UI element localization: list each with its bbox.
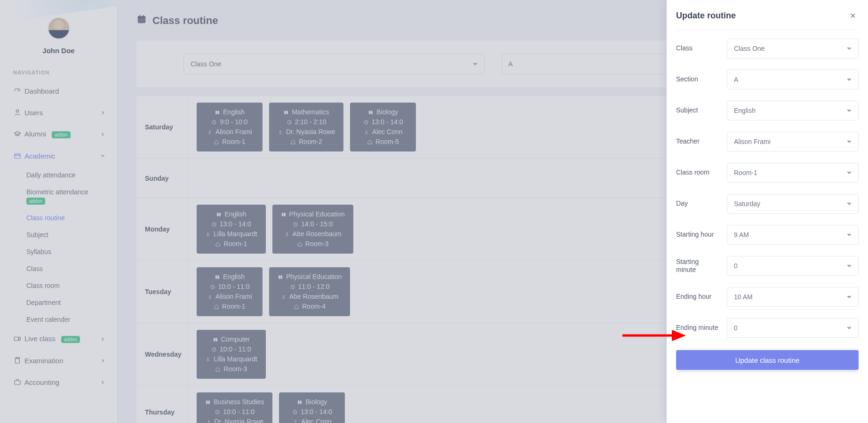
- field-class: Class Class One: [676, 33, 859, 64]
- field-ending-minute: Ending minute 0: [676, 312, 859, 343]
- field-label: Starting hour: [676, 231, 718, 239]
- class-select[interactable]: Class One: [727, 39, 859, 58]
- field-teacher: Teacher Alison Frami: [676, 126, 859, 157]
- select-value: 0: [734, 262, 847, 270]
- ending-hour-select[interactable]: 10 AM: [727, 287, 859, 307]
- class-room-select[interactable]: Room-1: [727, 163, 859, 183]
- field-label: Ending hour: [676, 293, 718, 301]
- field-starting-minute: Starting minute 0: [676, 250, 859, 281]
- field-starting-hour: Starting hour 9 AM: [676, 219, 859, 250]
- field-label: Class: [676, 44, 718, 53]
- caret-down-icon: [847, 48, 852, 50]
- day-select[interactable]: Saturday: [727, 194, 859, 214]
- caret-down-icon: [847, 265, 852, 267]
- subject-select[interactable]: English: [727, 101, 859, 120]
- caret-down-icon: [847, 327, 852, 329]
- section-select[interactable]: A: [727, 70, 859, 89]
- field-day: Day Saturday: [676, 188, 859, 219]
- select-value: Room-1: [734, 169, 847, 176]
- panel-title: Update routine: [676, 11, 736, 21]
- field-label: Ending minute: [676, 324, 718, 332]
- select-value: English: [734, 107, 847, 114]
- field-ending-hour: Ending hour 10 AM: [676, 281, 859, 312]
- update-routine-panel: Update routine × Class Class One Section…: [667, 0, 868, 423]
- field-label: Class room: [676, 168, 718, 177]
- teacher-select[interactable]: Alison Frami: [727, 132, 859, 152]
- panel-body: Class Class One Section A Subject Englis…: [676, 30, 859, 415]
- close-icon[interactable]: ×: [847, 8, 859, 23]
- caret-down-icon: [847, 110, 852, 112]
- select-value: 10 AM: [734, 293, 847, 301]
- starting-minute-select[interactable]: 0: [727, 256, 859, 276]
- select-value: Class One: [734, 45, 847, 52]
- caret-down-icon: [847, 141, 852, 143]
- field-section: Section A: [676, 64, 859, 95]
- field-subject: Subject English: [676, 95, 859, 126]
- field-label: Subject: [676, 106, 718, 115]
- update-class-routine-button[interactable]: Update class routine: [676, 350, 859, 370]
- field-class-room: Class room Room-1: [676, 157, 859, 188]
- field-label: Day: [676, 200, 718, 208]
- select-value: Saturday: [734, 200, 847, 208]
- select-value: A: [734, 76, 847, 83]
- field-label: Teacher: [676, 137, 718, 146]
- caret-down-icon: [847, 203, 852, 205]
- ending-minute-select[interactable]: 0: [727, 318, 859, 338]
- caret-down-icon: [847, 172, 852, 174]
- select-value: Alison Frami: [734, 138, 847, 145]
- panel-header: Update routine ×: [676, 8, 859, 30]
- field-label: Section: [676, 75, 718, 84]
- caret-down-icon: [847, 79, 852, 81]
- field-label: Starting minute: [676, 258, 718, 274]
- select-value: 9 AM: [734, 231, 847, 239]
- caret-down-icon: [847, 234, 852, 236]
- starting-hour-select[interactable]: 9 AM: [727, 225, 859, 245]
- caret-down-icon: [847, 296, 852, 298]
- select-value: 0: [734, 324, 847, 332]
